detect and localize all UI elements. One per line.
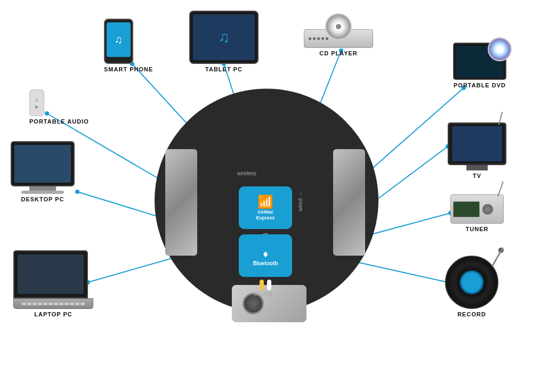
record-disc bbox=[445, 256, 498, 309]
wifi-icon: 📶 bbox=[257, 194, 273, 209]
pin-plug-white bbox=[267, 280, 271, 290]
cdplayer-label: CD PLAYER bbox=[304, 50, 373, 56]
smartphone-screen: ♫ bbox=[107, 22, 131, 57]
tv-screen bbox=[452, 126, 502, 161]
smartphone-label: SMART PHONE bbox=[104, 66, 153, 72]
tuner-label: TUNER bbox=[450, 226, 504, 232]
tv-body bbox=[448, 123, 506, 165]
tuner-device: TUNER bbox=[450, 194, 504, 232]
audio-body: ♫ ▶ bbox=[29, 89, 44, 116]
speaker-left bbox=[165, 149, 197, 256]
desktop-monitor bbox=[11, 141, 75, 186]
play-icon: ▶ bbox=[35, 104, 38, 109]
record-needle bbox=[491, 247, 504, 266]
smartphone-body: ♫ bbox=[104, 19, 133, 64]
iside-label: i-SIDE bbox=[241, 336, 292, 353]
tv-device: TV bbox=[448, 123, 506, 179]
portabledvd-device: PORTABLE DVD bbox=[453, 43, 506, 88]
portableaudio-device: ♫ ▶ PORTABLE AUDIO bbox=[29, 89, 89, 125]
bluetooth-icon: ⬧ bbox=[262, 246, 269, 260]
tablet-screen: ♫ bbox=[193, 14, 255, 60]
tuner-knob bbox=[482, 204, 493, 215]
desktop-base bbox=[21, 191, 64, 194]
desktoppc-label: DESKTOP PC bbox=[11, 196, 75, 202]
laptop-screen bbox=[13, 250, 88, 298]
tv-label: TV bbox=[448, 173, 506, 179]
music-note-icon: ♫ bbox=[35, 97, 39, 103]
cd-disc bbox=[325, 13, 352, 40]
tv-stand bbox=[466, 165, 488, 170]
desktop-screen bbox=[14, 145, 71, 183]
cd-hole bbox=[336, 24, 341, 29]
record-device: RECORD bbox=[445, 256, 498, 317]
svg-point-20 bbox=[75, 190, 79, 194]
pin-plug-yellow bbox=[260, 280, 264, 290]
cdplayer-device: CD PLAYER bbox=[304, 29, 373, 56]
bluetooth-box: ⬧ Bluetooth bbox=[239, 234, 292, 277]
portabledvd-label: PORTABLE DVD bbox=[453, 82, 506, 88]
laptop-screen-inner bbox=[18, 255, 84, 294]
speaker-right bbox=[333, 149, 365, 256]
tablet-label: TABLET PC bbox=[189, 66, 259, 72]
bluetooth-label: Bluetooth bbox=[253, 260, 278, 266]
pin-plugs bbox=[260, 280, 271, 290]
diagram: wireless wired → 📶 AirMac Express or ⬧ B… bbox=[0, 0, 533, 392]
svg-line-6 bbox=[88, 256, 181, 282]
airmac-box: 📶 AirMac Express bbox=[239, 186, 292, 229]
desktoppc-device: DESKTOP PC bbox=[11, 141, 75, 202]
record-label: RECORD bbox=[445, 311, 498, 317]
airmac-label: AirMac Express bbox=[256, 209, 274, 221]
portableaudio-label: PORTABLE AUDIO bbox=[29, 118, 89, 125]
pin-plug-label: pin plug bbox=[254, 291, 272, 297]
wireless-label: wireless bbox=[237, 170, 256, 176]
laptop-keyboard bbox=[13, 298, 93, 309]
smartphone-device: ♫ SMART PHONE bbox=[104, 19, 153, 72]
tuner-display bbox=[453, 201, 480, 217]
tablet-device: ♫ TABLET PC bbox=[189, 11, 259, 72]
laptoppc-device: LAPTOP PC bbox=[13, 250, 93, 317]
wired-label: wired → bbox=[297, 192, 303, 211]
tuner-body bbox=[450, 194, 504, 224]
dvd-disc bbox=[488, 37, 512, 61]
svg-line-9 bbox=[352, 261, 448, 282]
tablet-body: ♫ bbox=[189, 11, 259, 64]
desktop-stand bbox=[29, 186, 56, 191]
laptoppc-label: LAPTOP PC bbox=[13, 311, 93, 317]
